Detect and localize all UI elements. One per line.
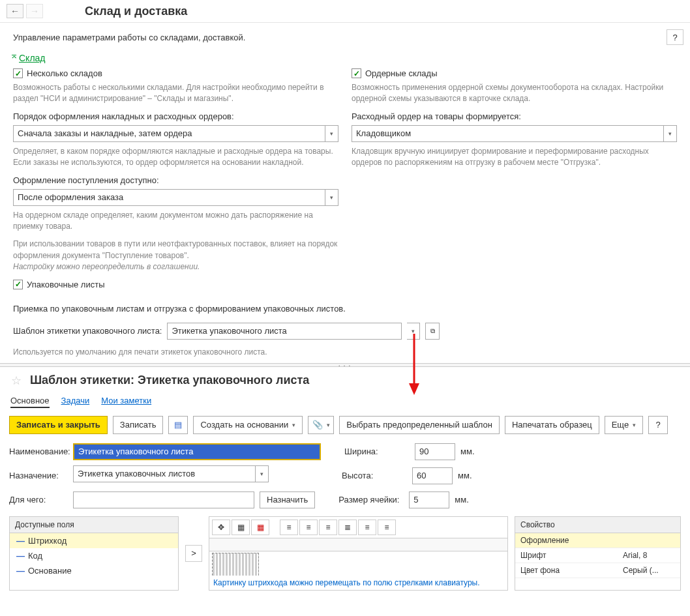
attach-button[interactable]: 📎▾ xyxy=(308,416,334,434)
for-label: Для чего: xyxy=(9,495,68,505)
width-input[interactable]: 90 xyxy=(415,443,455,460)
select-predef-button[interactable]: Выбрать предопределенный шаблон xyxy=(339,416,500,434)
cell-unit: мм. xyxy=(455,495,469,505)
checkbox-multi-warehouse[interactable] xyxy=(13,68,23,78)
template-dropdown[interactable] xyxy=(407,323,420,340)
align-left-button[interactable]: ≡ xyxy=(280,520,298,535)
attach-icon: 📎 xyxy=(312,420,323,430)
template-open-button[interactable]: ⧉ xyxy=(425,323,440,340)
save-close-button[interactable]: Записать и закрыть xyxy=(9,416,108,434)
fields-panel-header: Доступные поля xyxy=(10,517,178,533)
cell-input[interactable]: 5 xyxy=(409,491,449,508)
nav-back-button[interactable] xyxy=(7,4,23,18)
section-title: Склад xyxy=(19,53,46,63)
list-button[interactable]: ▤ xyxy=(168,416,188,434)
ruler xyxy=(209,538,507,551)
multi-warehouse-desc: Возможность работы с несколькими складам… xyxy=(13,82,338,105)
chevron-down-icon: ▾ xyxy=(327,422,330,428)
list-item[interactable]: — Основание xyxy=(10,563,178,578)
receipt-desc1: На ордерном складе определяет, каким док… xyxy=(13,210,338,233)
move-right-button[interactable]: > xyxy=(185,545,202,562)
assign-button[interactable]: Назначить xyxy=(260,491,315,508)
tool-delete[interactable]: ▦ xyxy=(251,520,269,535)
height-input[interactable]: 60 xyxy=(412,467,453,484)
receipt-desc2: При использовании товаров в пути или нео… xyxy=(13,239,338,261)
order-flow-desc: Определяет, в каком порядке оформляются … xyxy=(13,146,338,169)
valign-top-button[interactable]: ≡ xyxy=(358,520,376,535)
fields-list[interactable]: — Штрихкод — Код — Основание xyxy=(10,533,178,590)
section-toggle-sklad[interactable]: Склад xyxy=(0,50,690,66)
for-input[interactable] xyxy=(73,491,254,508)
help-button[interactable]: ? xyxy=(667,29,683,45)
dash-icon: — xyxy=(16,536,24,546)
checkbox-order-wh[interactable] xyxy=(352,68,361,78)
width-label: Ширина: xyxy=(344,447,410,456)
list-item[interactable]: — Код xyxy=(10,548,178,563)
expense-select[interactable]: Кладовщиком xyxy=(352,125,664,142)
tool-move[interactable]: ✥ xyxy=(212,520,230,535)
name-label: Наименование: xyxy=(9,447,68,456)
save-button[interactable]: Записать xyxy=(113,416,164,434)
order-wh-desc: Возможность применения ордерной схемы до… xyxy=(352,82,677,105)
order-flow-select[interactable]: Сначала заказы и накладные, затем ордера xyxy=(13,125,325,142)
expense-label: Расходный ордер на товары формируется: xyxy=(352,111,677,121)
create-based-button[interactable]: Создать на основании▾ xyxy=(193,416,303,434)
receipt-desc3: Настройку можно переопределить в соглаше… xyxy=(13,261,338,272)
order-flow-dropdown[interactable] xyxy=(325,125,338,142)
align-center-button[interactable]: ≡ xyxy=(299,520,318,535)
star-icon[interactable]: ☆ xyxy=(9,374,23,388)
height-unit: мм. xyxy=(458,471,472,480)
barcode-preview[interactable] xyxy=(212,553,259,576)
chevron-down-icon: ▾ xyxy=(633,422,636,428)
cell-label: Размер ячейки: xyxy=(338,495,404,505)
receipt-dropdown[interactable] xyxy=(325,189,338,206)
tab-notes[interactable]: Мои заметки xyxy=(101,396,151,408)
prop-row[interactable]: Оформление xyxy=(515,533,680,548)
purpose-label: Назначение: xyxy=(9,471,68,480)
list-item[interactable]: — Штрихкод xyxy=(10,533,178,548)
list-icon: ▤ xyxy=(174,420,182,430)
purpose-select[interactable]: Этикетка упаковочных листов xyxy=(73,465,256,482)
tab-tasks[interactable]: Задачи xyxy=(61,396,90,408)
page-title: Склад и доставка xyxy=(85,5,187,18)
checkbox-packing[interactable] xyxy=(13,280,23,289)
template-label: Шаблон этикетки упаковочного листа: xyxy=(13,326,162,336)
arrow-left-icon xyxy=(10,6,20,16)
chevron-down-icon: ▾ xyxy=(292,422,295,428)
checkbox-multi-warehouse-label: Несколько складов xyxy=(27,68,102,78)
lower-title: Шаблон этикетки: Этикетка упаковочного л… xyxy=(30,374,309,387)
receipt-label: Оформление поступления доступно: xyxy=(13,175,338,185)
receipt-select[interactable]: После оформления заказа xyxy=(13,189,325,206)
prop-row[interactable]: Шрифт Arial, 8 xyxy=(515,548,680,563)
expense-desc: Кладовщик вручную инициирует формировани… xyxy=(352,146,677,169)
width-unit: мм. xyxy=(460,447,475,456)
height-label: Высота: xyxy=(342,471,407,480)
checkbox-order-wh-label: Ордерные склады xyxy=(365,68,438,78)
design-canvas[interactable] xyxy=(209,538,507,576)
align-justify-button[interactable]: ≣ xyxy=(338,520,357,535)
align-right-button[interactable]: ≡ xyxy=(319,520,337,535)
arrow-right-icon xyxy=(30,6,39,16)
dash-icon: — xyxy=(16,566,24,576)
tab-main[interactable]: Основное xyxy=(10,396,50,408)
valign-middle-button[interactable]: ≡ xyxy=(378,520,396,535)
page-subtitle: Управление параметрами работы со складам… xyxy=(13,33,667,42)
more-button[interactable]: Еще▾ xyxy=(605,416,643,434)
nav-forward-button[interactable] xyxy=(26,4,43,18)
template-input[interactable]: Этикетка упаковочного листа xyxy=(167,323,402,340)
packing-desc: Приемка по упаковочным листам и отгрузка… xyxy=(0,300,690,317)
checkbox-packing-label: Упаковочные листы xyxy=(27,280,105,289)
tool-grid[interactable]: ▦ xyxy=(232,520,250,535)
purpose-dropdown[interactable] xyxy=(256,465,269,482)
name-input[interactable]: Этикетка упаковочного листа xyxy=(73,443,321,460)
props-panel-header: Свойство xyxy=(515,517,680,533)
print-sample-button[interactable]: Напечатать образец xyxy=(505,416,599,434)
help-button-lower[interactable]: ? xyxy=(648,416,668,434)
prop-row[interactable]: Цвет фона Серый (... xyxy=(515,563,680,578)
order-flow-label: Порядок оформления накладных и расходных… xyxy=(13,111,338,121)
dash-icon: — xyxy=(16,551,24,561)
design-hint: Картинку штрихкода можно перемещать по п… xyxy=(209,576,507,590)
expense-dropdown[interactable] xyxy=(664,125,677,142)
template-desc: Используется по умолчанию для печати эти… xyxy=(0,345,690,363)
